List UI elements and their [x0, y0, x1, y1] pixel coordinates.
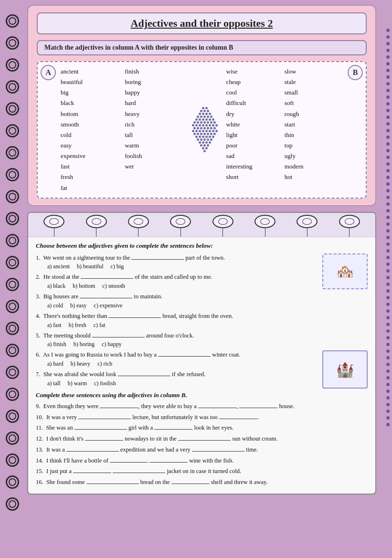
match-instruction: Match the adjectives in column A with th… — [37, 40, 367, 55]
spiral-ring-19 — [6, 410, 19, 423]
spiral-ring-18 — [6, 388, 19, 401]
list-item: easy — [61, 141, 125, 150]
spiral-ring-15 — [6, 322, 19, 335]
col-a1: ancient beautiful big black bottom smoot… — [61, 67, 125, 193]
list-item: big — [61, 88, 125, 97]
list-item: foolish — [125, 151, 183, 161]
spiral-left — [0, 0, 25, 558]
list-item: white — [226, 120, 285, 129]
spiral-ring-23 — [6, 497, 19, 511]
spiral-ring-20 — [6, 432, 19, 445]
list-item: wise — [226, 67, 285, 76]
exercise-item-16: 16. She found some bread on the shelf an… — [36, 478, 368, 487]
col-a2: finish boring happy hard heavy rich tall… — [125, 67, 183, 193]
purple-dots-right — [383, 0, 392, 558]
exercise-item-12: 12. I don't think it's nowadays to sit i… — [36, 434, 368, 443]
col-b-label: B — [348, 65, 363, 80]
exercise-item-15: 15. I just put a jacket on in case it tu… — [36, 467, 368, 476]
spiral-ring-11 — [6, 234, 19, 247]
exercise-item-9: 9. Even though they were , they were abl… — [36, 402, 368, 411]
spiral-ring-8 — [6, 168, 19, 181]
exercise-item-14: 14. I think I'll have a bottle of wine w… — [36, 456, 368, 465]
balloon-1 — [43, 215, 64, 237]
list-item: interesting — [226, 162, 285, 171]
balloon-8 — [339, 215, 360, 237]
spiral-ring-1 — [6, 14, 19, 28]
list-item: smooth — [61, 120, 125, 129]
list-item: small — [285, 88, 343, 97]
columns-area: A B ancient beautiful big black bottom s… — [37, 61, 367, 199]
list-item: hard — [125, 98, 183, 108]
list-item: top — [285, 141, 343, 150]
list-item: cold — [61, 130, 125, 140]
spiral-ring-7 — [6, 146, 19, 159]
list-item: difficult — [226, 98, 285, 108]
exercise-item-10: 10. It was a very lecture, but unfortuna… — [36, 413, 368, 422]
list-item: boring — [125, 77, 183, 87]
list-item: sad — [226, 151, 285, 161]
main-content: Adjectives and their opposites 2 Match t… — [25, 0, 383, 558]
spiral-ring-3 — [6, 58, 19, 72]
dot-divider — [183, 67, 226, 193]
list-item: cheap — [226, 77, 285, 87]
spiral-ring-5 — [6, 102, 19, 116]
col-b1: wise cheap cool difficult dry white ligh… — [226, 67, 285, 193]
list-item: fast — [61, 162, 125, 171]
top-section: Adjectives and their opposites 2 Match t… — [27, 5, 376, 206]
list-item: start — [285, 120, 343, 129]
spiral-ring-4 — [6, 80, 19, 94]
exercise2-instruction: Complete these sentences using the adjec… — [36, 391, 368, 399]
list-item: fresh — [61, 172, 125, 182]
list-item: ugly — [285, 151, 343, 161]
list-item: warm — [125, 141, 183, 150]
list-item: wet — [125, 162, 183, 171]
spiral-ring-13 — [6, 278, 19, 291]
spiral-ring-17 — [6, 366, 19, 379]
balloon-row — [28, 213, 375, 237]
spiral-ring-10 — [6, 212, 19, 225]
balloon-5 — [212, 215, 233, 237]
list-item: thin — [285, 130, 343, 140]
list-item: slow — [285, 67, 343, 76]
list-item: poor — [226, 141, 285, 150]
spiral-ring-6 — [6, 124, 19, 137]
exercise1-instruction: Choose between the adjectives given to c… — [36, 242, 368, 250]
exercise-item-13: 13. It was a expedition and we had a ver… — [36, 445, 368, 454]
list-item: rich — [125, 120, 183, 129]
image-town: 🏘️ — [322, 253, 368, 289]
list-item: expensive — [61, 151, 125, 161]
list-item: bottom — [61, 109, 125, 119]
list-item: tall — [125, 130, 183, 140]
exercise-item-11: 11. She was an girl with a look in her e… — [36, 423, 368, 432]
exercise-item-4: 4. There's nothing better than bread, st… — [36, 312, 368, 329]
balloon-4 — [170, 215, 191, 237]
exercise-item-6: 6. As I was going to Russia to work I ha… — [36, 350, 368, 368]
balloon-6 — [254, 215, 275, 237]
list-item: beautiful — [61, 77, 125, 87]
list-item: happy — [125, 88, 183, 97]
spiral-ring-21 — [6, 453, 19, 467]
bottom-section: Choose between the adjectives given to c… — [27, 212, 376, 495]
dot-pattern — [192, 107, 218, 152]
list-item: cool — [226, 88, 285, 97]
col-b2: slow stale small soft rough start thin t… — [285, 67, 343, 193]
spiral-ring-9 — [6, 190, 19, 203]
spiral-ring-14 — [6, 300, 19, 313]
image-russia: 🏰 — [322, 350, 368, 389]
list-item: soft — [285, 98, 343, 108]
list-item: finish — [125, 67, 183, 76]
balloon-2 — [86, 215, 107, 237]
list-item: modern — [285, 162, 343, 171]
exercise-item-2: 2. He stood at the of the stairs and cal… — [36, 273, 368, 290]
exercise-item-5: 5. The meeting should around four o'cloc… — [36, 331, 368, 349]
list-item: heavy — [125, 109, 183, 119]
list-item: dry — [226, 109, 285, 119]
exercise-content: Choose between the adjectives given to c… — [28, 237, 375, 494]
list-item: stale — [285, 77, 343, 87]
spiral-ring-2 — [6, 36, 19, 50]
list-item: black — [61, 98, 125, 108]
spiral-ring-22 — [6, 475, 19, 489]
exercise-item-1: 1. We went on a sightseeing tour to the … — [36, 253, 368, 271]
exercise-item-3: 3. Big houses are to maintain. a) cold b… — [36, 292, 368, 310]
spiral-ring-16 — [6, 344, 19, 357]
